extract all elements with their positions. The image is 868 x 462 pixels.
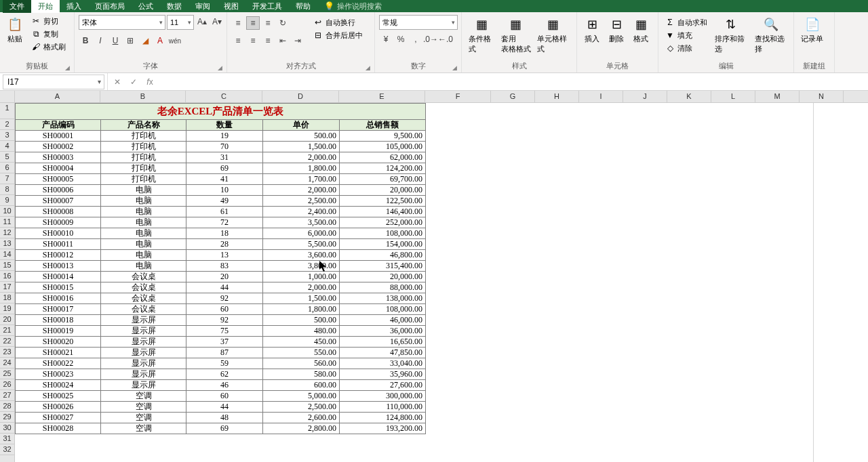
cell[interactable]: 69,700.00 <box>340 174 426 185</box>
row-header[interactable]: 28 <box>0 401 14 412</box>
table-header-cell[interactable]: 单价 <box>263 120 340 131</box>
cell[interactable]: 124,200.00 <box>340 163 426 174</box>
cell[interactable]: 252,000.00 <box>340 217 426 228</box>
font-name-combo[interactable]: 宋体 <box>79 15 165 30</box>
row-header[interactable]: 32 <box>0 444 14 455</box>
column-header[interactable]: J <box>623 91 667 102</box>
cell[interactable]: 2,500.00 <box>263 196 340 207</box>
row-header[interactable]: 27 <box>0 390 14 401</box>
cell[interactable]: 108,000.00 <box>340 228 426 239</box>
row-header[interactable]: 10 <box>0 206 14 217</box>
row-header[interactable]: 24 <box>0 358 14 369</box>
cell[interactable]: 62 <box>186 369 263 380</box>
cell[interactable]: 83 <box>186 261 263 272</box>
cell[interactable]: 49 <box>186 196 263 207</box>
cell[interactable]: 空调 <box>101 402 186 413</box>
cell[interactable]: SH00009 <box>16 217 101 228</box>
cell[interactable]: 打印机 <box>101 142 186 152</box>
column-header[interactable]: L <box>711 91 755 102</box>
row-header[interactable]: 20 <box>0 314 14 325</box>
tab-view[interactable]: 视图 <box>217 0 245 13</box>
cell[interactable]: 空调 <box>101 423 186 434</box>
percent-icon[interactable]: % <box>394 33 408 46</box>
cell[interactable]: SH00008 <box>16 207 101 217</box>
row-header[interactable]: 1 <box>0 103 14 119</box>
cell[interactable]: SH00021 <box>16 348 101 358</box>
column-header[interactable]: H <box>535 91 579 102</box>
cell[interactable]: 1,000.00 <box>263 272 340 282</box>
row-header[interactable]: 13 <box>0 238 14 249</box>
cell[interactable]: 5,500.00 <box>263 239 340 250</box>
cell[interactable]: 19 <box>186 131 263 142</box>
row-header[interactable]: 17 <box>0 282 14 293</box>
font-size-combo[interactable]: 11 <box>167 15 194 30</box>
cell[interactable]: 20,000.00 <box>340 272 426 282</box>
clear-button[interactable]: ◇清除 <box>663 42 709 54</box>
tab-insert[interactable]: 插入 <box>60 0 88 13</box>
cell[interactable]: 92 <box>186 293 263 304</box>
decrease-decimal-icon[interactable]: ←.0 <box>439 33 452 46</box>
row-header[interactable]: 11 <box>0 217 14 228</box>
cell[interactable]: 46 <box>186 380 263 391</box>
cell[interactable]: 打印机 <box>101 174 186 185</box>
cell[interactable]: 28 <box>186 239 263 250</box>
cell[interactable]: 16,650.00 <box>340 337 426 348</box>
row-header[interactable]: 12 <box>0 228 14 238</box>
cell[interactable]: SH00023 <box>16 369 101 380</box>
align-bottom-icon[interactable]: ≡ <box>261 16 275 30</box>
cell[interactable]: 电脑 <box>101 217 186 228</box>
cell[interactable]: 会议桌 <box>101 282 186 293</box>
cell[interactable]: 显示屏 <box>101 337 186 348</box>
cell[interactable]: 2,000.00 <box>263 282 340 293</box>
cell[interactable]: 154,000.00 <box>340 239 426 250</box>
copy-button[interactable]: ⧉复制 <box>28 28 68 40</box>
cell[interactable]: 315,400.00 <box>340 261 426 272</box>
enter-formula-icon[interactable]: ✓ <box>127 77 140 87</box>
cell[interactable]: 75 <box>186 326 263 337</box>
cut-button[interactable]: ✂剪切 <box>28 15 68 27</box>
cell[interactable]: 打印机 <box>101 163 186 174</box>
cell[interactable]: 41 <box>186 174 263 185</box>
border-button[interactable]: ⊞ <box>123 34 137 47</box>
cell[interactable]: 电脑 <box>101 250 186 261</box>
fill-color-button[interactable]: ◢ <box>138 34 152 47</box>
row-header[interactable]: 26 <box>0 379 14 390</box>
spreadsheet-grid[interactable]: ABCDEFGHIJKLMN 1234567891011121314151617… <box>0 91 868 462</box>
currency-icon[interactable]: ¥ <box>379 33 393 46</box>
cell[interactable]: SH00018 <box>16 315 101 326</box>
cell[interactable]: SH00019 <box>16 326 101 337</box>
increase-font-icon[interactable]: A▴ <box>195 15 209 28</box>
cell[interactable]: 110,000.00 <box>340 402 426 413</box>
row-header[interactable]: 31 <box>0 434 14 444</box>
cell[interactable]: 146,400.00 <box>340 207 426 217</box>
table-header-cell[interactable]: 产品名称 <box>101 120 186 131</box>
align-launcher-icon[interactable]: ◢ <box>366 64 370 71</box>
table-header-cell[interactable]: 总销售额 <box>340 120 426 131</box>
cell[interactable]: 2,000.00 <box>263 152 340 163</box>
cell[interactable]: 69 <box>186 423 263 434</box>
cell[interactable]: 500.00 <box>263 131 340 142</box>
delete-cells-button[interactable]: ⊟删除 <box>604 15 629 45</box>
indent-increase-icon[interactable]: ⇥ <box>291 34 304 47</box>
italic-button[interactable]: I <box>94 34 107 47</box>
column-header[interactable]: F <box>425 91 491 102</box>
tab-file[interactable]: 文件 <box>3 0 31 13</box>
table-header-cell[interactable]: 产品编码 <box>16 120 101 131</box>
decrease-font-icon[interactable]: A▾ <box>210 15 224 28</box>
fx-icon[interactable]: fx <box>143 77 157 87</box>
row-header[interactable]: 30 <box>0 423 14 434</box>
align-right-icon[interactable]: ≡ <box>261 34 275 47</box>
row-header[interactable]: 15 <box>0 260 14 271</box>
number-format-combo[interactable]: 常规 <box>379 15 458 30</box>
cell[interactable]: SH00015 <box>16 282 101 293</box>
column-header[interactable]: M <box>755 91 800 102</box>
row-header[interactable]: 6 <box>0 163 14 173</box>
cell[interactable]: 13 <box>186 250 263 261</box>
align-center-icon[interactable]: ≡ <box>246 34 260 47</box>
cell[interactable]: 电脑 <box>101 239 186 250</box>
comma-icon[interactable]: , <box>409 33 422 46</box>
cell[interactable]: 122,500.00 <box>340 196 426 207</box>
cell[interactable]: 69 <box>186 163 263 174</box>
clipboard-launcher-icon[interactable]: ◢ <box>65 64 70 71</box>
cell[interactable]: 2,400.00 <box>263 207 340 217</box>
